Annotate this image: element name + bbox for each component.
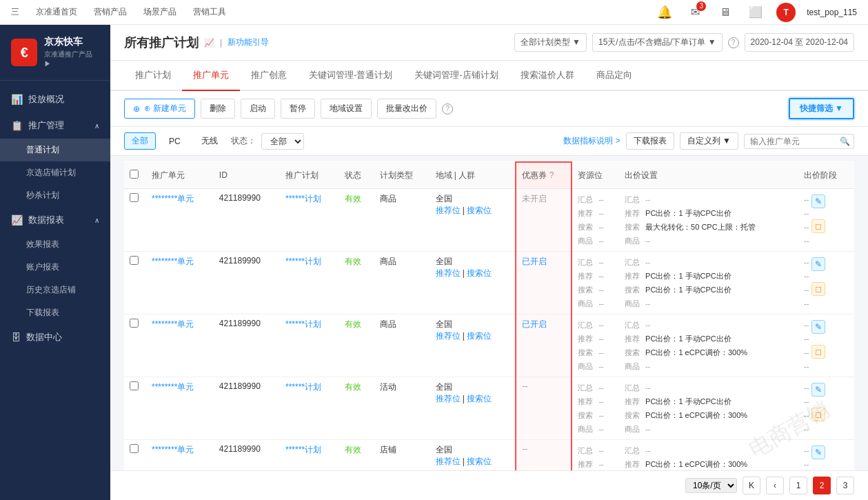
edit-btn-3[interactable]: ✎: [811, 320, 825, 334]
start-button[interactable]: 启动: [241, 99, 275, 119]
content-area: 所有推广计划 📈 | 新功能引导 全部计划类型 ▼ 15天/点击/不含赠品/下单…: [110, 25, 868, 500]
del-btn-1[interactable]: ◻: [811, 219, 825, 233]
sidebar: € 京东快车 京准通推广产品 ▶ 📊 投放概况 📋 推广管理 ∧ 普通计划 京选…: [0, 25, 110, 500]
row-checkbox-5[interactable]: [130, 444, 139, 453]
sidebar-item-flash-sale[interactable]: 秒杀计划: [0, 184, 110, 207]
bid-4: 汇总--推荐PC出价：1 手动CPC出价搜索PC出价：1 eCPC调价：300%…: [619, 377, 798, 440]
nav-menu-icon[interactable]: 三: [11, 6, 19, 18]
nav-marketing-product[interactable]: 营销产品: [94, 6, 127, 18]
chart-icon[interactable]: 📈: [204, 38, 214, 48]
sidebar-item-history-jingxuan[interactable]: 历史京选店铺: [0, 279, 110, 301]
plan-name-5[interactable]: ******计划: [285, 445, 321, 454]
status-select[interactable]: 全部 有效 暂停 删除: [261, 133, 304, 150]
filter-all[interactable]: 全部: [124, 132, 156, 150]
select-all-checkbox[interactable]: [130, 170, 139, 179]
search-icon[interactable]: 🔍: [840, 137, 850, 146]
tab-plan[interactable]: 推广计划: [124, 61, 182, 91]
tabs: 推广计划 推广单元 推广创意 关键词管理-普通计划 关键词管理-店铺计划 搜索溢…: [110, 61, 868, 91]
sidebar-item-jingxuan-plan[interactable]: 京选店铺计划: [0, 161, 110, 184]
unit-name-2[interactable]: ********单元: [152, 257, 194, 266]
tab-keyword-normal[interactable]: 关键词管理-普通计划: [298, 61, 403, 91]
new-unit-button[interactable]: ⊕ ⊕ 新建单元: [124, 99, 195, 119]
page-first-button[interactable]: K: [743, 477, 760, 494]
metric-select[interactable]: 15天/点击/不含赠品/下单订单 ▼: [592, 33, 723, 52]
sidebar-item-normal-plan[interactable]: 普通计划: [0, 139, 110, 161]
del-btn-4[interactable]: ◻: [811, 408, 825, 421]
sidebar-item-promotion[interactable]: 📋 推广管理 ∧: [0, 112, 110, 139]
download-report-button[interactable]: 下载报表: [626, 132, 674, 150]
tab-creative[interactable]: 推广创意: [240, 61, 298, 91]
region-button[interactable]: 地域设置: [321, 99, 372, 119]
plan-name-4[interactable]: ******计划: [285, 382, 321, 392]
plan-name-1[interactable]: ******计划: [285, 194, 321, 203]
page-2[interactable]: 2: [813, 477, 831, 494]
date-picker[interactable]: 2020-12-04 至 2020-12-04: [745, 33, 854, 52]
del-btn-2[interactable]: ◻: [811, 282, 825, 296]
edit-btn-1[interactable]: ✎: [811, 194, 825, 208]
resource-3: 汇总--推荐--搜索--商品--: [572, 314, 619, 377]
quick-filter-button[interactable]: 快捷筛选 ▼: [789, 98, 854, 119]
logo-sub[interactable]: 京准通推广产品 ▶: [44, 50, 99, 69]
plan-type-select[interactable]: 全部计划类型 ▼: [514, 33, 587, 52]
search-wrapper: 🔍: [744, 134, 854, 149]
edit-btn-5[interactable]: ✎: [811, 446, 825, 459]
row-checkbox-3[interactable]: [130, 319, 139, 328]
new-guide-link[interactable]: 新功能引导: [228, 37, 269, 48]
edit-btn-2[interactable]: ✎: [811, 257, 825, 271]
plan-type-4: 活动: [374, 377, 430, 440]
tab-keyword-shop[interactable]: 关键词管理-店铺计划: [403, 61, 509, 91]
sidebar-item-account-report[interactable]: 账户报表: [0, 256, 110, 279]
metric-help[interactable]: ?: [728, 37, 739, 48]
page-size-select[interactable]: 10条/页 20条/页 50条/页: [685, 478, 737, 493]
batch-price-button[interactable]: 批量改出价: [377, 99, 436, 119]
unit-name-4[interactable]: ********单元: [152, 382, 194, 392]
plan-name-2[interactable]: ******计划: [285, 257, 321, 266]
page-3[interactable]: 3: [836, 477, 854, 494]
delete-button[interactable]: 删除: [201, 99, 235, 119]
sidebar-item-data-center-label: 数据中心: [26, 331, 62, 343]
edit-btn-4[interactable]: ✎: [811, 383, 825, 397]
th-id: ID: [214, 162, 280, 189]
nav-home[interactable]: 京准通首页: [36, 6, 77, 18]
row-checkbox-1[interactable]: [130, 193, 139, 202]
filter-pc[interactable]: PC: [161, 134, 188, 149]
unit-name-3[interactable]: ********单元: [152, 319, 194, 329]
promotion-arrow: ∧: [94, 122, 99, 130]
table-row: ********单元 421189990 ******计划 有效 商品 全国 推…: [124, 252, 854, 314]
nav-scene-product[interactable]: 场景产品: [143, 6, 176, 18]
toolbar-help[interactable]: ?: [442, 103, 453, 114]
filter-right: 数据指标说明 > 下载报表 自定义列 ▼ 🔍: [563, 132, 854, 150]
filter-wireless[interactable]: 无线: [194, 132, 225, 150]
row-checkbox-4[interactable]: [130, 381, 139, 390]
user-avatar[interactable]: T: [776, 3, 796, 22]
sidebar-item-effect-report[interactable]: 效果报表: [0, 233, 110, 256]
th-region: 地域 | 人群: [430, 162, 516, 189]
metric-hint-link[interactable]: 数据指标说明 >: [563, 135, 620, 147]
tab-unit[interactable]: 推广单元: [182, 61, 240, 91]
page-1[interactable]: 1: [789, 477, 807, 494]
search-input[interactable]: [744, 134, 854, 149]
bidstage-5: -------- ✎ ◻: [798, 440, 854, 471]
page-prev-button[interactable]: ‹: [766, 477, 784, 494]
mail-icon[interactable]: ✉ 3: [685, 3, 705, 22]
nav-marketing-tools[interactable]: 营销工具: [193, 6, 226, 18]
sidebar-item-overview[interactable]: 📊 投放概况: [0, 86, 110, 112]
sidebar-item-data-report[interactable]: 📈 数据报表 ∧: [0, 207, 110, 233]
expand-icon[interactable]: ⬜: [746, 3, 765, 22]
monitor-icon[interactable]: 🖥: [716, 3, 735, 22]
bid-2: 汇总--推荐PC出价：1 手动CPC出价搜索PC出价：1 手动CPC出价商品--: [619, 252, 798, 314]
row-checkbox-2[interactable]: [130, 256, 139, 265]
sidebar-item-data-center[interactable]: 🗄 数据中心: [0, 324, 110, 350]
custom-column-button[interactable]: 自定义列 ▼: [680, 132, 738, 150]
sidebar-item-download-report[interactable]: 下载报表: [0, 301, 110, 324]
del-btn-3[interactable]: ◻: [811, 345, 825, 359]
plan-name-3[interactable]: ******计划: [285, 319, 321, 329]
table-row: ********单元 421189990 ******计划 有效 商品 全国 推…: [124, 314, 854, 377]
unit-name-1[interactable]: ********单元: [152, 194, 194, 203]
notification-icon[interactable]: 🔔: [655, 3, 674, 22]
unit-name-5[interactable]: ********单元: [152, 445, 194, 454]
tab-product-targeting[interactable]: 商品定向: [585, 61, 643, 91]
tab-search-crowd[interactable]: 搜索溢价人群: [509, 61, 585, 91]
coupon-help-icon[interactable]: ?: [549, 170, 554, 180]
pause-button[interactable]: 暂停: [281, 99, 315, 119]
